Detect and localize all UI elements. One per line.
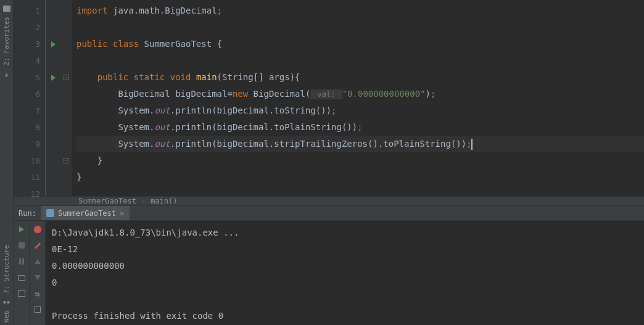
code-line[interactable]: public class SummerGaoTest { <box>76 36 644 52</box>
stop-button[interactable] <box>17 241 27 250</box>
line-number: 2 <box>14 19 45 36</box>
arrow-up-icon[interactable] <box>33 257 43 266</box>
code-line[interactable]: System.out.println(bigDecimal.stripTrail… <box>76 136 644 152</box>
line-number: 11 <box>14 169 45 186</box>
structure-icon: ▪▪ <box>2 298 10 305</box>
gutter-icons <box>46 0 60 196</box>
structure-tab[interactable]: 7: Structure <box>2 245 10 294</box>
line-number: 8 <box>14 119 45 136</box>
code-line[interactable]: public static void main(String[] args){ <box>76 69 644 86</box>
wrap-icon[interactable]: ⇆ <box>33 289 43 298</box>
run-label: Run: <box>14 209 41 218</box>
code-line[interactable]: System.out.println(bigDecimal.toString()… <box>76 102 644 119</box>
line-number: 6 <box>14 86 45 102</box>
line-number: 4 <box>14 52 45 69</box>
arrow-down-icon[interactable] <box>33 273 43 282</box>
code-editor[interactable]: 123456789101112 −− import java.math.BigD… <box>14 0 644 196</box>
code-line[interactable] <box>76 19 644 36</box>
run-button[interactable] <box>17 224 27 234</box>
code-line[interactable]: BigDecimal bigDecimal=new BigDecimal( va… <box>76 86 644 102</box>
layout-icon[interactable] <box>17 289 27 298</box>
fold-column: −− <box>60 0 72 196</box>
code-line[interactable]: import java.math.BigDecimal; <box>76 2 644 19</box>
console-line: Process finished with exit code 0 <box>52 308 638 324</box>
code-line[interactable]: } <box>76 152 644 169</box>
code-line[interactable] <box>76 186 644 202</box>
run-header: Run: SummerGaoTest × <box>14 206 644 221</box>
code-line[interactable] <box>76 52 644 69</box>
line-number: 12 <box>14 186 45 202</box>
run-tab-name: SummerGaoTest <box>58 209 116 218</box>
left-tool-sidebar: 2: Favorites ★ 7: Structure ▪▪ Web <box>0 0 14 325</box>
star-icon: ★ <box>4 70 9 79</box>
line-number: 3 <box>14 36 45 52</box>
console-line: 0 <box>52 274 638 291</box>
console-line <box>52 291 638 308</box>
fold-icon[interactable]: − <box>64 75 69 80</box>
line-number: 9 <box>14 136 45 152</box>
line-number: 7 <box>14 102 45 119</box>
console-output[interactable]: D:\Java\jdk1.8.0_73\bin\java.exe ...0E-1… <box>46 221 644 325</box>
camera-icon[interactable] <box>17 273 27 282</box>
line-number: 1 <box>14 2 45 19</box>
edit-icon[interactable] <box>33 241 43 250</box>
pause-button[interactable] <box>17 257 27 266</box>
run-panel: Run: SummerGaoTest × <box>14 206 644 325</box>
line-gutter: 123456789101112 <box>14 0 46 196</box>
favorites-tab[interactable]: 2: Favorites <box>2 17 10 65</box>
project-icon[interactable] <box>3 6 10 12</box>
web-tab[interactable]: Web <box>2 310 10 323</box>
run-toolbar-right: ⇆ <box>30 221 46 325</box>
fold-icon[interactable]: − <box>64 158 69 163</box>
close-icon[interactable]: × <box>120 208 125 218</box>
code-line[interactable]: } <box>76 169 644 186</box>
text-cursor <box>471 139 473 150</box>
code-content[interactable]: import java.math.BigDecimal;public class… <box>72 0 644 196</box>
run-tab[interactable]: SummerGaoTest × <box>41 206 130 220</box>
run-toolbar-left <box>14 221 30 325</box>
app-icon <box>46 209 54 217</box>
run-line-icon[interactable] <box>51 41 56 47</box>
code-line[interactable]: System.out.println(bigDecimal.toPlainStr… <box>76 119 644 136</box>
console-line: 0.000000000000 <box>52 258 638 274</box>
line-number: 10 <box>14 152 45 169</box>
line-number: 5 <box>14 69 45 86</box>
debug-icon[interactable] <box>33 224 43 234</box>
download-icon[interactable] <box>33 305 43 315</box>
console-line: D:\Java\jdk1.8.0_73\bin\java.exe ... <box>52 224 638 241</box>
console-line: 0E-12 <box>52 241 638 258</box>
run-line-icon[interactable] <box>51 75 56 81</box>
